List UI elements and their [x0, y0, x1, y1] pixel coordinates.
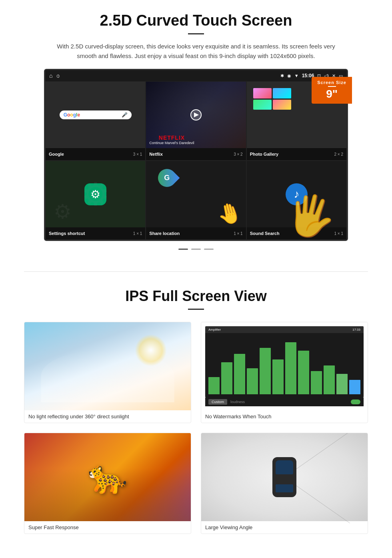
eq-bar-1 [208, 377, 220, 395]
badge-label: Screen Size [317, 80, 346, 85]
settings-label-row: Settings shortcut 1 × 1 [46, 227, 145, 239]
google-maps-icon: G [154, 165, 180, 191]
share-location-bg: G 🤚 [146, 161, 246, 227]
car-image [201, 433, 368, 521]
netflix-app-size: 3 × 2 [234, 152, 243, 157]
section1-desc: With 2.5D curved-display screen, this de… [56, 42, 336, 61]
car-top-view-container [256, 441, 312, 513]
sound-label-row: Sound Search 1 × 1 [247, 227, 346, 239]
eq-bar-3 [234, 354, 245, 395]
app-cell-share-location[interactable]: G 🤚 Share location 1 × 1 [146, 161, 246, 240]
bluetooth-icon: ✱ [280, 73, 284, 78]
loudness-toggle[interactable] [351, 399, 360, 404]
play-triangle-icon [194, 112, 199, 117]
app-cell-settings[interactable]: ⚙ ⚙ ⚙ Settings shortcut 1 × 1 [45, 161, 146, 240]
amp-header: Amplifier 17:33 [205, 326, 364, 333]
gallery-thumb-3 [253, 100, 272, 110]
app-cell-sound-search[interactable]: ♪ Sound Search 1 × 1 [246, 161, 347, 240]
sound-search-bg: ♪ [247, 161, 346, 227]
netflix-brand: NETFLIX [149, 134, 194, 141]
eq-bar-4 [247, 368, 258, 394]
cheetah-caption: Super Fast Response [24, 521, 191, 534]
eq-bar-11 [336, 374, 348, 394]
sound-icon-circle: ♪ [286, 183, 308, 205]
hand-pointing-icon: 🤚 [214, 199, 244, 227]
sound-app-size: 1 × 1 [334, 231, 343, 236]
location-icon: ◉ [287, 73, 291, 78]
dot-active [191, 249, 201, 250]
mic-icon[interactable]: 🎤 [122, 112, 128, 118]
netflix-bg: NETFLIX Continue Marvel's Daredevil [146, 82, 246, 148]
section-ips-view: IPS Full Screen View No light reflecting… [0, 284, 392, 546]
feature-grid: No light reflecting under 360° direct su… [24, 322, 368, 534]
share-app-name: Share location [149, 231, 180, 236]
section-curved-screen: 2.5D Curved Touch Screen With 2.5D curve… [0, 0, 392, 259]
watermarks-caption: No Watermarks When Touch [201, 410, 368, 423]
amp-footer: Custom loudness [205, 397, 364, 406]
status-bar-left: ⌂ ⌽ [49, 72, 60, 79]
app-cell-google[interactable]: Google 🎤 Google 3 × 1 [45, 81, 146, 161]
section2-underline [188, 309, 204, 310]
amplifier-image: Amplifier 17:33 [201, 322, 368, 410]
sound-app-name: Sound Search [250, 231, 280, 236]
share-label-row: Share location 1 × 1 [146, 227, 246, 239]
pagination-dots [44, 244, 348, 251]
netflix-label-row: Netflix 3 × 2 [146, 148, 246, 160]
amp-title: Amplifier [208, 328, 221, 331]
eq-bar-10 [324, 365, 335, 395]
amp-body [205, 333, 364, 397]
gallery-app-size: 2 × 2 [334, 152, 343, 157]
netflix-overlay: NETFLIX Continue Marvel's Daredevil [149, 134, 194, 145]
screen-size-badge: Screen Size 9" [312, 77, 352, 104]
badge-size: 9" [317, 88, 346, 100]
netflix-app-name: Netflix [149, 152, 163, 157]
home-icon[interactable]: ⌂ [49, 72, 52, 79]
wifi-icon: ▼ [294, 73, 299, 78]
settings-bg: ⚙ ⚙ ⚙ [46, 161, 145, 227]
netflix-subtitle: Continue Marvel's Daredevil [149, 141, 194, 145]
feature-item-car: Large Viewing Angle [201, 433, 368, 534]
car-caption: Large Viewing Angle [201, 521, 368, 534]
car-body [272, 457, 296, 497]
settings-app-name: Settings shortcut [49, 231, 85, 236]
dot-inactive [178, 249, 188, 250]
music-note-icon: ♪ [294, 188, 299, 201]
custom-button[interactable]: Custom [208, 399, 227, 405]
title-underline [188, 33, 204, 34]
usb-icon: ⌽ [56, 72, 60, 79]
cheetah-emoji: 🐆 [88, 458, 128, 496]
eq-bar-5 [260, 348, 271, 394]
sunlight-caption: No light reflecting under 360° direct su… [24, 410, 191, 423]
loudness-label: loudness [230, 400, 245, 404]
feature-item-watermarks: Amplifier 17:33 [201, 322, 368, 423]
settings-app-size: 1 × 1 [133, 231, 142, 236]
car-windshield [276, 460, 293, 474]
car-rear-window [276, 484, 293, 492]
section-divider [24, 271, 368, 272]
gallery-thumb-1 [253, 88, 272, 98]
eq-bar-6 [272, 359, 284, 394]
google-app-name: Google [49, 152, 64, 157]
amp-time: 17:33 [352, 328, 360, 331]
eq-bar-7 [285, 342, 296, 395]
google-search-bar[interactable]: Google 🎤 [60, 110, 132, 119]
dot-inactive-2 [204, 249, 214, 250]
share-app-size: 1 × 1 [234, 231, 243, 236]
device-mockup: Screen Size 9" ⌂ ⌽ ✱ ◉ ▼ 15:06 ⊡ ◁) ✕ [44, 69, 348, 251]
gallery-thumb-4 [273, 100, 291, 110]
gallery-label-row: Photo Gallery 2 × 2 [247, 148, 346, 160]
maps-g-letter: G [164, 174, 170, 182]
eq-bar-2 [221, 362, 232, 394]
google-logo: Google [64, 112, 80, 118]
eq-bar-8 [298, 351, 309, 394]
google-bg: Google 🎤 [46, 82, 145, 148]
status-bar: ⌂ ⌽ ✱ ◉ ▼ 15:06 ⊡ ◁) ✕ ▭ [45, 70, 347, 81]
feature-item-sunlight: No light reflecting under 360° direct su… [24, 322, 191, 423]
netflix-play-button[interactable] [190, 109, 202, 120]
gallery-thumb-2 [273, 88, 291, 98]
cheetah-image: 🐆 [24, 433, 191, 521]
app-cell-netflix[interactable]: NETFLIX Continue Marvel's Daredevil Netf… [146, 81, 246, 161]
google-label-row: Google 3 × 1 [46, 148, 145, 160]
section2-title: IPS Full Screen View [24, 288, 368, 305]
badge-underline [328, 86, 336, 87]
